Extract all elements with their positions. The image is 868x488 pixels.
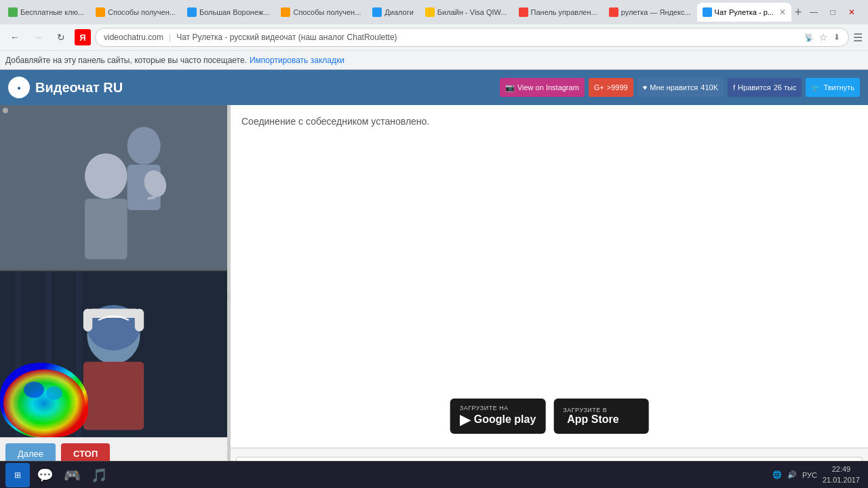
tab-4[interactable]: Способы получен... (275, 3, 366, 22)
svg-rect-16 (135, 309, 144, 332)
minimize-icon[interactable]: — (806, 4, 822, 20)
tab-8-favicon (609, 7, 618, 17)
tab-2-favicon (96, 7, 105, 17)
tab-2[interactable]: Способы получен... (90, 3, 181, 22)
svg-rect-17 (83, 362, 144, 430)
new-tab-button[interactable]: + (792, 3, 804, 22)
instagram-icon: 📷 (505, 83, 515, 92)
app-store-main-label: App Store (563, 413, 618, 426)
gplus-count: >9999 (607, 83, 628, 92)
tab-6[interactable]: Билайн - Visa QIW... (420, 3, 513, 22)
facebook-button[interactable]: f Нравится 26 тыс (728, 78, 802, 97)
tab-9-favicon (703, 7, 712, 17)
tab-3[interactable]: Большая Воронеж... (182, 3, 275, 22)
svg-point-1 (127, 127, 161, 165)
instagram-button[interactable]: 📷 View on Instagram (500, 78, 585, 97)
back-button[interactable]: ← (5, 28, 24, 47)
stranger-video-content (0, 105, 227, 270)
twitter-button[interactable]: 🐦 Твитнуть (806, 78, 860, 97)
logo-abbr: ● (17, 84, 21, 92)
svg-rect-4 (85, 199, 127, 259)
tab-close-icon[interactable]: ✕ (779, 7, 786, 17)
refresh-button[interactable]: ↻ (52, 28, 71, 47)
stranger-video (0, 105, 227, 271)
address-separator: | (169, 33, 171, 42)
tab-4-favicon (281, 7, 290, 17)
clock-date: 21.01.2017 (823, 475, 860, 485)
svg-point-18 (3, 369, 85, 437)
tab-7-favicon (519, 7, 528, 17)
google-play-main-label: ▶ Google play (460, 411, 536, 428)
star-icon[interactable]: ☆ (819, 32, 828, 43)
taskbar-tray: 🌐 🔊 РУС 22:49 21.01.2017 (772, 464, 863, 485)
menu-icon[interactable]: ☰ (853, 31, 863, 44)
vk-count: 410K (701, 83, 718, 92)
google-play-text: Google play (474, 413, 536, 426)
google-play-button[interactable]: ЗАГРУЗИТЕ НА ▶ Google play (450, 399, 546, 434)
svg-line-6 (148, 197, 155, 199)
gplus-button[interactable]: G+ >9999 (589, 78, 633, 97)
address-bar-icons: 📡 ☆ ⬇ (804, 32, 840, 43)
window-controls: — □ ✕ (806, 4, 865, 20)
forward-button[interactable]: → (28, 28, 47, 47)
bookmarks-text: Добавляйте на эту панель сайты, которые … (5, 56, 247, 65)
tab-1[interactable]: Бесплатные клю... (3, 3, 90, 22)
close-icon[interactable]: ✕ (844, 4, 860, 20)
taskbar-skype[interactable]: 💬 (33, 463, 57, 487)
twitter-icon: 🐦 (811, 83, 821, 92)
taskbar-clock: 22:49 21.01.2017 (823, 464, 860, 485)
maximize-icon[interactable]: □ (825, 4, 841, 20)
tab-8[interactable]: рулетка — Яндекс... (604, 3, 696, 22)
site-name: Видеочат RU (35, 80, 123, 96)
chat-area: Соединение с собеседником установлено. З… (231, 105, 868, 448)
tab-9-active[interactable]: Чат Рулетка - р... ✕ (697, 3, 791, 22)
download-icon[interactable]: ⬇ (833, 33, 840, 42)
taskbar-steam[interactable]: 🎮 (60, 463, 84, 487)
taskbar: ⊞ 💬 🎮 🎵 🌐 🔊 РУС 22:49 21.01.2017 (0, 461, 868, 488)
gplus-icon: G+ (594, 83, 604, 92)
right-panel: Соединение с собеседником установлено. З… (231, 105, 868, 488)
twitter-label: Твитнуть (823, 83, 854, 92)
vk-button[interactable]: ♥ Мне нравится 410K (637, 78, 724, 97)
fb-count: 26 тыс (774, 83, 797, 92)
creature-svg (0, 363, 88, 437)
app-store-top-label: Загрузите в (563, 407, 607, 413)
network-icon: 🌐 (772, 470, 782, 479)
taskbar-start[interactable]: ⊞ (5, 463, 30, 487)
app-store-buttons: ЗАГРУЗИТЕ НА ▶ Google play Загрузите в A… (450, 399, 649, 434)
connection-message: Соединение с собеседником установлено. (241, 116, 857, 127)
address-page-title: Чат Рулетка - русский видеочат (наш анал… (176, 33, 397, 42)
bookmarks-bar: Добавляйте на эту панель сайты, которые … (0, 50, 868, 69)
left-panel: Далее СТОП Пожаловаться о нарушении (0, 105, 227, 488)
animated-creature (0, 363, 88, 437)
clock-time: 22:49 (823, 464, 860, 474)
site-header: ● Видеочат RU 📷 View on Instagram G+ >99… (0, 70, 868, 105)
taskbar-discord[interactable]: 🎵 (87, 463, 111, 487)
camera-indicator (3, 108, 8, 113)
rss-icon: 📡 (804, 33, 814, 42)
tab-3-favicon (187, 7, 197, 17)
lang-label: РУС (802, 471, 817, 479)
logo-icon: ● (8, 77, 30, 98)
fb-label: Нравится (738, 83, 771, 92)
volume-icon: 🔊 (787, 470, 797, 479)
heart-icon: ♥ (643, 83, 648, 92)
address-bar-row: ← → ↻ Я videochatru.com | Чат Рулетка - … (0, 24, 868, 50)
app-store-text: App Store (567, 413, 618, 426)
header-social: 📷 View on Instagram G+ >9999 ♥ Мне нрави… (500, 78, 860, 97)
browser-chrome: Бесплатные клю... Способы получен... Бол… (0, 0, 868, 70)
tab-7[interactable]: Панель управлен... (513, 3, 603, 22)
self-video (0, 271, 227, 437)
import-bookmarks-link[interactable]: Импортировать закладки (250, 56, 344, 65)
address-bar[interactable]: videochatru.com | Чат Рулетка - русский … (95, 28, 849, 47)
tab-6-favicon (425, 7, 435, 17)
vk-label: Мне нравится (650, 83, 698, 92)
svg-point-19 (24, 382, 44, 398)
yandex-logo-icon: Я (75, 29, 91, 45)
app-store-button[interactable]: Загрузите в App Store (553, 399, 648, 434)
google-play-top-label: ЗАГРУЗИТЕ НА (460, 405, 509, 411)
tab-5-favicon (372, 7, 382, 17)
instagram-label: View on Instagram (517, 83, 579, 92)
svg-point-3 (85, 153, 127, 199)
tab-5[interactable]: Диалоги (367, 3, 419, 22)
